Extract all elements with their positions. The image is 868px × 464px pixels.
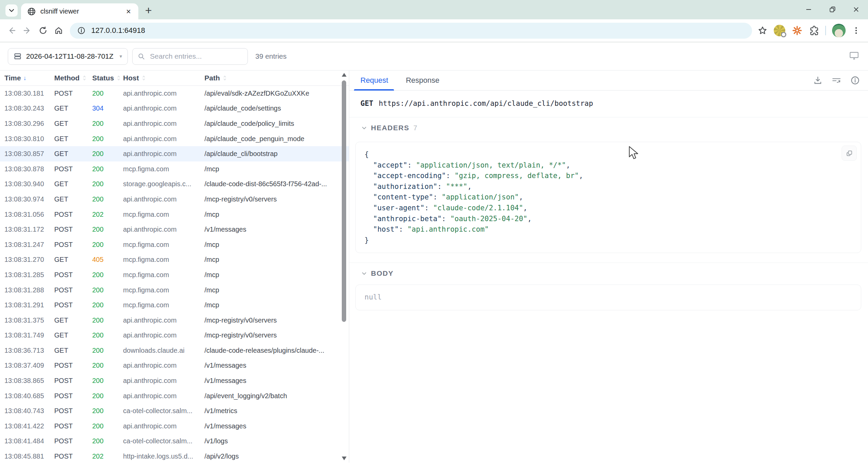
table-row[interactable]: 13:08:31.285POST200mcp.figma.com/mcp	[0, 267, 349, 283]
column-header-path[interactable]: Path	[204, 74, 349, 82]
table-row[interactable]: 13:08:37.409POST200api.anthropic.com/v1/…	[0, 358, 349, 373]
table-row[interactable]: 13:08:31.056POST202mcp.figma.com/mcp	[0, 207, 349, 222]
cell-time: 13:08:30.810	[4, 135, 54, 143]
cell-method: POST	[54, 392, 92, 400]
cell-host: api.anthropic.com	[123, 150, 204, 158]
reload-button[interactable]	[35, 23, 51, 38]
headers-section-header[interactable]: HEADERS 7	[361, 123, 868, 133]
table-row[interactable]: 13:08:30.243GET304api.anthropic.com/api/…	[0, 101, 349, 116]
url-text: 127.0.0.1:64918	[91, 26, 145, 35]
tab-strip: clsniff viewer × +	[0, 0, 868, 19]
table-row[interactable]: 13:08:30.857GET200api.anthropic.com/api/…	[0, 146, 349, 161]
chevron-down-icon: ▾	[119, 53, 122, 59]
home-button[interactable]	[51, 23, 66, 38]
table-row[interactable]: 13:08:31.291POST200mcp.figma.com/mcp	[0, 297, 349, 313]
table-row[interactable]: 13:08:31.749GET200api.anthropic.com/mcp-…	[0, 328, 349, 343]
close-window-button[interactable]	[844, 0, 868, 19]
forward-button[interactable]	[20, 23, 35, 38]
cell-time: 13:08:45.881	[4, 452, 54, 460]
back-button[interactable]	[4, 23, 20, 38]
scrollbar-thumb[interactable]	[342, 80, 346, 322]
table-row[interactable]: 13:08:30.810GET200api.anthropic.com/api/…	[0, 131, 349, 147]
cell-status: 304	[92, 104, 123, 112]
table-row[interactable]: 13:08:31.247POST200mcp.figma.com/mcp	[0, 237, 349, 252]
cell-status: 200	[92, 135, 123, 143]
download-button[interactable]	[813, 76, 823, 85]
profile-avatar[interactable]	[832, 24, 846, 37]
copy-button[interactable]	[842, 146, 857, 161]
cell-time: 13:08:31.172	[4, 226, 54, 233]
minimize-icon	[805, 6, 812, 13]
new-tab-button[interactable]: +	[145, 4, 152, 16]
cell-status: 200	[92, 362, 123, 369]
table-header: Time↓ Method Status Host Path	[0, 71, 349, 86]
table-row[interactable]: 13:08:40.685POST200api.anthropic.com/api…	[0, 388, 349, 404]
table-row[interactable]: 13:08:38.865POST200api.anthropic.com/v1/…	[0, 373, 349, 388]
extensions-puzzle-icon[interactable]	[809, 25, 819, 36]
cell-time: 13:08:31.285	[4, 271, 54, 279]
table-row[interactable]: 13:08:30.181POST200api.anthropic.com/api…	[0, 86, 349, 101]
extension-icon[interactable]	[774, 25, 785, 36]
body-section-label: BODY	[371, 269, 394, 277]
search-box[interactable]	[132, 48, 248, 65]
cell-path: /api/claude_cli/bootstrap	[204, 150, 349, 158]
table-row[interactable]: 13:08:30.974GET200api.anthropic.com/mcp-…	[0, 192, 349, 207]
cell-time: 13:08:30.181	[4, 90, 54, 97]
cell-time: 13:08:31.291	[4, 301, 54, 309]
table-row[interactable]: 13:08:30.878POST200mcp.figma.com/mcp	[0, 161, 349, 177]
table-row[interactable]: 13:08:36.713GET200downloads.claude.ai/cl…	[0, 343, 349, 358]
table-row[interactable]: 13:08:30.940GET200storage.googleapis.c..…	[0, 177, 349, 192]
tab-response[interactable]: Response	[406, 71, 439, 90]
table-row[interactable]: 13:08:40.743POST200ca-otel-collector.sal…	[0, 403, 349, 419]
extension-starburst-icon[interactable]	[791, 25, 803, 36]
bookmark-star-icon[interactable]	[757, 25, 768, 36]
body-section-header[interactable]: BODY	[361, 268, 868, 278]
table-row[interactable]: 13:08:30.296GET200api.anthropic.com/api/…	[0, 116, 349, 131]
table-row[interactable]: 13:08:31.172POST200api.anthropic.com/v1/…	[0, 222, 349, 237]
cell-method: POST	[54, 407, 92, 415]
capture-select-dropdown[interactable]: 2026-04-12T11-08-28-701Z ▾	[8, 48, 128, 65]
table-row[interactable]: 13:08:41.422POST200api.anthropic.com/v1/…	[0, 419, 349, 434]
browser-tab[interactable]: clsniff viewer ×	[21, 3, 138, 19]
search-input[interactable]	[149, 52, 242, 61]
browser-menu-kebab-icon[interactable]	[852, 26, 861, 35]
cell-path: /api/claude_code_penguin_mode	[204, 135, 349, 143]
table-row[interactable]: 13:08:41.484POST200ca-otel-collector.sal…	[0, 434, 349, 449]
table-row[interactable]: 13:08:31.288POST200mcp.figma.com/mcp	[0, 283, 349, 298]
vertical-scrollbar[interactable]	[341, 71, 347, 463]
cell-time: 13:08:30.974	[4, 195, 54, 203]
column-header-time[interactable]: Time↓	[4, 74, 54, 82]
url-field[interactable]: 127.0.0.1:64918	[70, 23, 752, 39]
cell-path: /mcp-registry/v0/servers	[204, 316, 349, 324]
table-row[interactable]: 13:08:31.270GET405mcp.figma.com/mcp	[0, 252, 349, 268]
cell-path: /api/claude_code/policy_limits	[204, 120, 349, 128]
follow-stream-button[interactable]	[831, 76, 842, 85]
cell-path: /v1/messages	[204, 422, 349, 430]
table-row[interactable]: 13:08:45.881POST202http-intake.logs.us5.…	[0, 449, 349, 463]
tab-close-button[interactable]: ×	[123, 6, 134, 17]
cell-status: 200	[92, 226, 123, 233]
display-toggle-button[interactable]	[849, 51, 859, 62]
cell-method: GET	[54, 120, 92, 128]
cell-path: /v1/messages	[204, 362, 349, 369]
cell-time: 13:08:37.409	[4, 362, 54, 369]
column-header-host[interactable]: Host	[123, 74, 204, 82]
column-header-method[interactable]: Method	[54, 74, 92, 82]
cell-host: api.anthropic.com	[123, 377, 204, 385]
column-header-status[interactable]: Status	[92, 74, 123, 82]
cell-host: downloads.claude.ai	[123, 347, 204, 354]
tab-search-button[interactable]	[5, 4, 18, 17]
cell-status: 200	[92, 437, 123, 445]
sort-icon	[141, 75, 146, 81]
scroll-up-arrow-icon[interactable]	[342, 73, 347, 77]
info-button[interactable]	[850, 76, 860, 85]
scroll-down-arrow-icon[interactable]	[342, 457, 347, 460]
headers-json: { "accept": "application/json, text/plai…	[364, 149, 853, 246]
cell-method: GET	[54, 316, 92, 324]
cell-method: POST	[54, 226, 92, 233]
minimize-button[interactable]	[797, 0, 821, 19]
restore-button[interactable]	[821, 0, 844, 19]
tab-request[interactable]: Request	[360, 71, 388, 90]
table-row[interactable]: 13:08:31.375GET200api.anthropic.com/mcp-…	[0, 313, 349, 328]
cell-path: /mcp	[204, 271, 349, 279]
